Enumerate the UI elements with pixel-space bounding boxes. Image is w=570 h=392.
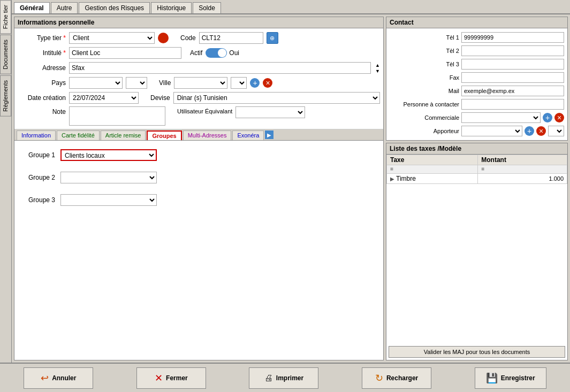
ville-label: Ville [159,79,171,87]
pays-select[interactable] [69,77,123,89]
apporteur-remove-btn[interactable]: × [536,126,546,136]
side-tab-documents[interactable]: Documents [0,35,11,74]
annuler-button[interactable]: ↩ Annuler [24,367,93,389]
body-split: Informations personnelle Type tier Clien… [12,14,570,363]
devise-label: Devise [150,94,170,102]
row-expand-icon[interactable]: ▶ [390,176,394,182]
apporteur-extra-select[interactable] [548,126,564,136]
tab-historique[interactable]: Historique [151,2,192,13]
taxes-panel: Liste des taxes /Modèle Taxe Montant [386,143,568,360]
taxes-taxe-value: Timbre [396,175,416,182]
groupe1-select[interactable]: Clients locaux [60,149,157,161]
side-panel: Fiche tier Documents Règlements [0,0,12,363]
right-panel: Contact Tèl 1 Tèl 2 Tèl 3 [386,17,568,360]
contact-header: Contact [386,17,567,28]
taxes-validate-button[interactable]: Valider les MAJ pour tous les documents [389,346,565,358]
tel1-row: Tèl 1 [390,32,564,43]
devise-select[interactable]: Dinar (s) Tunisien [173,92,380,104]
filter-taxe: = [387,165,478,174]
note-label: Note [18,106,66,116]
apporteur-row: Apporteur + × [390,125,564,137]
tab-information[interactable]: Information [17,130,56,140]
type-tier-row: Type tier Client Code ⊕ [18,32,380,44]
enregistrer-button[interactable]: 💾 Enregistrer [475,367,546,389]
top-tabs-bar: Général Autre Gestion des Risques Histor… [12,0,570,14]
side-tab-fiche-tier[interactable]: Fiche tier [0,0,11,34]
note-textarea[interactable] [69,106,165,126]
recharger-button[interactable]: ↻ Recharger [362,367,431,389]
tab-solde[interactable]: Solde [193,2,221,13]
mail-row: Mail [390,85,564,97]
utilisateur-select[interactable] [235,106,305,118]
adresse-scroll-up[interactable]: ▲ [375,63,380,68]
ville-select2[interactable] [231,77,247,89]
intitule-input[interactable] [69,47,181,59]
fax-label: Fax [390,74,459,81]
commerciale-label: Commerciale [390,114,459,121]
ville-add-btn[interactable]: + [250,78,260,88]
adresse-scroll-down[interactable]: ▼ [375,68,380,74]
groups-content: Groupe 1 Clients locaux Groupe 2 Groupe … [14,141,383,360]
tab-groupes[interactable]: Groupes [147,130,181,140]
groupe3-row: Groupe 3 [23,194,375,206]
commerciale-add-btn[interactable]: + [543,113,552,122]
groupe2-select[interactable] [60,172,157,183]
save-icon: 💾 [486,372,498,384]
adresse-input[interactable] [69,62,371,74]
tel3-input[interactable] [461,59,564,70]
code-input[interactable] [199,32,263,44]
commerciale-row: Commerciale + × [390,112,564,124]
fermer-button[interactable]: ✕ Fermer [136,367,206,389]
tab-autre[interactable]: Autre [51,2,78,13]
globe-button[interactable]: ⊕ [267,32,278,44]
enregistrer-label: Enregistrer [501,374,535,382]
groupe3-select[interactable] [60,194,157,206]
inner-tabs-next[interactable]: ▶ [265,130,273,139]
tab-article-remise[interactable]: Article remise [101,130,146,140]
groupe2-label: Groupe 2 [23,174,55,181]
fax-input[interactable] [461,72,564,83]
groupe1-label: Groupe 1 [23,151,55,159]
ville-select[interactable] [174,77,227,89]
tel2-label: Tèl 2 [390,48,459,54]
tab-gestion-risques[interactable]: Gestion des Risques [79,2,150,13]
imprimer-button[interactable]: 🖨 Imprimer [249,367,318,389]
apporteur-select[interactable] [461,126,522,136]
side-tab-reglements[interactable]: Règlements [0,75,11,117]
pays-select2[interactable] [126,77,147,89]
taxes-montant-value: 1.000 [478,174,567,184]
intitule-row: Intitulé Actif Oui [18,47,380,59]
actif-label: Actif [190,49,202,57]
personne-row: Personne à contacter [390,98,564,110]
print-icon: 🖨 [264,373,273,383]
tab-multi-adresses[interactable]: Multi-Adresses [183,130,232,140]
utilisateur-label: Utilisateur Équivalant [177,106,232,114]
tel2-row: Tèl 2 [390,45,564,57]
apporteur-add-btn[interactable]: + [525,126,534,136]
mail-input[interactable] [461,86,564,96]
groupe3-label: Groupe 3 [23,196,55,204]
contact-panel: Contact Tèl 1 Tèl 2 Tèl 3 [386,17,568,141]
tab-exonera[interactable]: Exonéra [232,130,264,140]
tel1-input[interactable] [461,32,564,43]
imprimer-label: Imprimer [276,374,303,382]
inner-tabs-bar: Information Carte fidélité Article remis… [14,129,383,141]
taxes-table: Taxe Montant = = [386,155,567,344]
adresse-label: Adresse [18,64,66,72]
note-utilisateur-row: Note Utilisateur Équivalant [18,106,380,126]
commerciale-select[interactable] [461,112,541,123]
tab-general[interactable]: Général [14,2,50,13]
type-tier-select[interactable]: Client [69,32,155,44]
tel2-input[interactable] [461,45,564,56]
actif-toggle-container[interactable]: Oui [206,48,239,58]
left-panel: Informations personnelle Type tier Clien… [14,17,384,360]
adresse-row: Adresse ▲ ▼ [18,62,380,74]
actif-toggle[interactable] [206,48,227,58]
apporteur-label: Apporteur [390,128,459,134]
personne-input[interactable] [461,99,564,110]
refresh-icon: ↻ [375,372,383,384]
tab-carte-fidelite[interactable]: Carte fidélité [57,130,100,140]
ville-remove-btn[interactable]: × [263,78,272,88]
date-creation-select[interactable]: 22/07/2024 [69,92,139,104]
commerciale-remove-btn[interactable]: × [554,113,564,122]
